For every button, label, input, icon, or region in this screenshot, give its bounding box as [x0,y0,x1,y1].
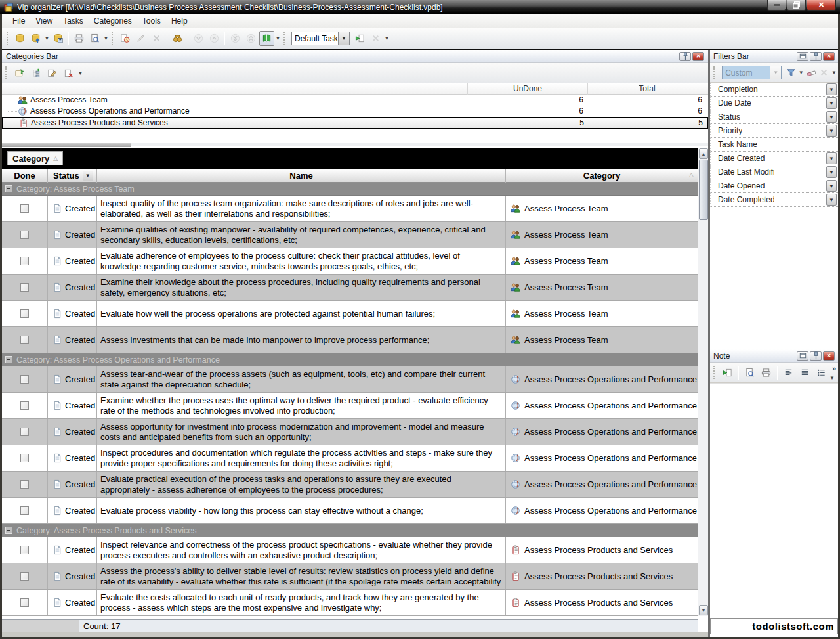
status-column-header[interactable]: Status ▼ [48,169,97,183]
scroll-up-button[interactable]: ▲ [699,148,708,159]
undone-column-header[interactable]: UnDone [467,83,587,95]
restore-button[interactable] [787,0,806,11]
name-column-header[interactable]: Name [97,169,506,183]
toolbar-grip[interactable] [112,32,115,45]
category-tree-item[interactable]: Assess Process Products and Services 5 5 [2,117,708,129]
move-to-bottom-button[interactable] [228,31,243,46]
table-row[interactable]: Created Evaluate process viability - how… [2,498,698,524]
collapse-icon[interactable] [5,356,12,363]
filter-dropdown-button[interactable]: ▼ [826,97,837,109]
print-preview-button[interactable] [87,31,102,46]
done-checkbox[interactable] [20,375,29,384]
category-tree-item[interactable]: Assess Process Team 6 6 [2,95,708,106]
done-checkbox[interactable] [20,598,29,607]
note-restore-button[interactable] [797,351,808,361]
table-row[interactable]: Created Evaluate how well the process op… [2,301,698,327]
filter-preset-select[interactable]: Custom ▼ [722,66,782,79]
menu-item-help[interactable]: Help [166,14,193,28]
filter-dropdown-button[interactable]: ▼ [826,125,837,137]
done-checkbox[interactable] [20,428,29,436]
note-preview-button[interactable] [742,365,757,380]
done-checkbox[interactable] [20,231,29,239]
table-row[interactable]: Created Examine their knowledge about th… [2,275,698,301]
categories-hscrollbar[interactable] [2,143,708,146]
notes-dropdown-icon[interactable]: ▼ [275,35,281,41]
new-task-button[interactable] [117,31,133,46]
delete-template-button[interactable] [368,31,383,46]
close-button[interactable]: ✕ [807,0,836,11]
filter-dropdown-button[interactable]: ▼ [826,194,837,206]
table-row[interactable]: Created Evaluate adherence of employees … [2,248,698,275]
done-checkbox[interactable] [20,506,29,515]
toolbar-grip[interactable] [5,66,9,79]
note-close-button[interactable]: ✕ [823,351,835,361]
table-row[interactable]: Created Examine whether the process uses… [2,393,698,419]
delete-filter-button[interactable] [818,65,830,80]
filters-pin-button[interactable] [810,52,822,61]
done-checkbox[interactable] [20,309,29,318]
collapse-icon[interactable] [5,527,12,534]
filter-dropdown-button[interactable]: ▼ [826,83,837,95]
insert-template-button[interactable] [352,31,368,46]
categories-pin-button[interactable] [679,52,691,61]
table-row[interactable]: Created Inspect relevance and correctnes… [2,537,698,563]
menu-item-file[interactable]: File [7,14,30,28]
find-button[interactable] [170,31,185,46]
toolbar-grip[interactable] [713,366,717,379]
toolbar-options-dropdown-icon[interactable]: ▼ [384,35,390,41]
minimize-button[interactable] [767,0,786,11]
categories-toolbar-dropdown-icon[interactable]: ▼ [77,70,83,76]
new-subcategory-button[interactable] [28,66,43,81]
note-align-justify-button[interactable] [797,365,812,380]
done-checkbox[interactable] [20,336,29,344]
done-checkbox[interactable] [20,204,29,213]
category-column-header[interactable]: Category △ [506,169,698,183]
done-column-header[interactable]: Done [2,169,48,183]
apply-filter-button[interactable] [786,65,797,80]
filter-dropdown-button[interactable]: ▼ [826,166,837,178]
toolbar-grip[interactable] [284,32,287,45]
task-grid-vscrollbar[interactable]: ▲ ▼ [698,148,708,616]
filter-dropdown-icon[interactable]: ▼ [799,70,804,76]
new-database-button[interactable] [12,31,28,46]
notes-toggle-button[interactable] [259,31,274,46]
done-checkbox[interactable] [20,283,29,292]
group-header[interactable]: Category: Assess Process Products and Se… [2,524,698,537]
group-by-box[interactable]: Category △ [7,151,63,165]
done-checkbox[interactable] [20,546,29,554]
note-pin-button[interactable] [810,351,822,361]
filter-dropdown-button[interactable]: ▼ [826,152,837,164]
menu-item-tools[interactable]: Tools [137,14,166,28]
note-bullets-button[interactable] [814,365,829,380]
note-insert-link-button[interactable] [720,365,735,380]
status-filter-dropdown-icon[interactable]: ▼ [83,171,93,181]
group-header[interactable]: Category: Assess Process Team [2,183,698,196]
done-checkbox[interactable] [20,454,29,462]
done-checkbox[interactable] [20,401,29,410]
delete-task-button[interactable] [149,31,164,46]
save-database-button[interactable] [51,31,66,46]
menu-item-view[interactable]: View [30,14,58,28]
move-down-button[interactable] [191,31,206,46]
toolbar-grip[interactable] [713,66,716,79]
note-align-left-button[interactable] [781,365,796,380]
edit-task-button[interactable] [133,31,148,46]
filter-dropdown-button[interactable]: ▼ [826,111,837,123]
note-toolbar-overflow-chevron[interactable]: » [832,364,836,372]
move-up-button[interactable] [207,31,222,46]
open-database-button[interactable] [28,31,43,46]
table-row[interactable]: Created Assess the process's ability to … [2,563,698,590]
note-print-button[interactable] [759,365,774,380]
collapse-icon[interactable] [5,185,12,192]
task-template-select[interactable]: Default Task ▼ [291,32,350,45]
toolbar-grip[interactable] [7,32,10,45]
done-checkbox[interactable] [20,257,29,265]
vscroll-thumb[interactable] [699,160,708,220]
category-tree-item[interactable]: Assess Process Operations and Performanc… [2,106,708,117]
clear-filter-button[interactable] [806,65,817,80]
note-toolbar-dropdown-icon[interactable]: ▼ [830,375,835,381]
table-row[interactable]: Created Inspect quality of the process t… [2,196,698,222]
filter-dropdown-button[interactable]: ▼ [826,180,837,192]
open-database-dropdown-icon[interactable]: ▼ [44,35,50,41]
group-header[interactable]: Category: Assess Process Operations and … [2,353,698,366]
